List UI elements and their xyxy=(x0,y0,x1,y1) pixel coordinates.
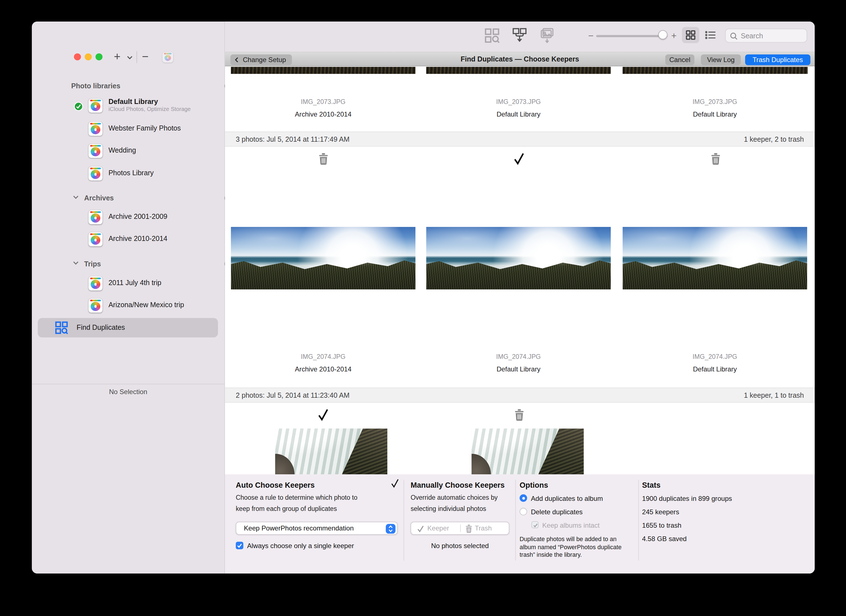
photo-thumbnail[interactable] xyxy=(231,227,415,290)
change-setup-label: Change Setup xyxy=(243,56,286,63)
cancel-button[interactable]: Cancel xyxy=(665,54,694,65)
add-library-button[interactable]: + xyxy=(114,50,121,63)
photos-library-icon xyxy=(88,167,102,180)
keeper-check-icon xyxy=(317,409,330,421)
group-keeper-summary: 1 keeper, 1 to trash xyxy=(744,391,804,399)
merge-libraries-icon[interactable] xyxy=(512,27,527,44)
photo-thumbnail[interactable] xyxy=(231,67,415,74)
delete-duplicates-label: Delete duplicates xyxy=(531,508,583,516)
single-keeper-checkbox[interactable] xyxy=(236,542,243,549)
trash-mark-icon xyxy=(515,409,524,421)
duplicate-groups-list[interactable]: IMG_2073.JPG IMG_2073.JPG IMG_2073.JPG A… xyxy=(225,67,815,474)
add-duplicates-label: Add duplicates to album xyxy=(531,495,603,502)
photo-thumbnail[interactable] xyxy=(426,227,611,290)
photos-library-icon xyxy=(88,276,102,290)
photo-filename: IMG_2074.JPG xyxy=(623,353,808,361)
select-stepper-icon xyxy=(386,524,396,534)
powerphotos-window: + − Photo libraries 4 Default Library iC… xyxy=(32,22,815,573)
library-name: Archive 2010-2014 xyxy=(109,235,167,243)
photo-mark[interactable] xyxy=(709,153,723,167)
list-view-button[interactable] xyxy=(702,27,719,43)
sidebar-item-archive-2001-2009[interactable]: Archive 2001-2009 xyxy=(70,210,250,226)
keeper-segment-check-icon[interactable] xyxy=(416,525,425,533)
sidebar-item-archive-2010-2014[interactable]: Archive 2010-2014 xyxy=(70,232,250,248)
choose-keepers-panel: Auto Choose Keepers Choose a rule to det… xyxy=(225,474,815,573)
trash-duplicates-button[interactable]: Trash Duplicates xyxy=(745,54,810,65)
sidebar-item-photos-library[interactable]: Photos Library xyxy=(70,167,250,183)
photo-thumbnail[interactable] xyxy=(623,67,808,74)
sidebar-item-2011-july-4th-trip[interactable]: 2011 July 4th trip xyxy=(70,276,250,293)
zoom-in-icon[interactable]: + xyxy=(671,31,677,42)
reveal-library-icon[interactable] xyxy=(162,52,173,63)
photo-thumbnail[interactable] xyxy=(275,428,387,474)
photo-filename: IMG_2073.JPG xyxy=(426,98,611,106)
archives-header: Archives xyxy=(84,194,114,202)
view-log-button[interactable]: View Log xyxy=(701,54,741,65)
trips-disclosure-icon[interactable] xyxy=(73,261,79,265)
photo-library: Archive 2010-2014 xyxy=(231,365,415,373)
library-name: Webster Family Photos xyxy=(109,124,181,132)
find-duplicates-tool-icon[interactable] xyxy=(484,28,500,43)
stats-title: Stats xyxy=(642,481,661,489)
search-input[interactable] xyxy=(740,30,803,41)
group-header: 3 photos: Jul 5, 2014 at 11:17:49 AM 1 k… xyxy=(225,132,815,147)
command-bar: Find Duplicates — Choose Keepers Change … xyxy=(225,52,815,66)
manual-desc-line1: Override automatic choices by xyxy=(411,494,498,502)
stat-to-trash: 1655 to trash xyxy=(642,522,681,529)
archives-disclosure-icon[interactable] xyxy=(73,195,79,199)
sidebar-item-webster-family-photos[interactable]: Webster Family Photos xyxy=(70,122,250,138)
grid-view-icon xyxy=(686,30,696,40)
sidebar-item-default-library[interactable]: Default Library iCloud Photos, Optimize … xyxy=(70,99,250,115)
search-field[interactable] xyxy=(725,28,807,43)
photo-mark[interactable] xyxy=(317,409,331,422)
grid-view-button[interactable] xyxy=(682,27,699,43)
zoom-out-icon[interactable]: − xyxy=(588,31,593,42)
photo-library: Default Library xyxy=(426,110,611,118)
options-caption: Duplicate photos will be added to an alb… xyxy=(519,535,634,559)
library-name: Wedding xyxy=(109,146,136,154)
photos-library-icon xyxy=(88,299,102,312)
trash-segment-label[interactable]: Trash xyxy=(475,524,492,532)
photo-mark[interactable] xyxy=(512,153,527,167)
photos-library-icon xyxy=(88,144,102,158)
photo-library: Default Library xyxy=(623,110,808,118)
add-library-chevron-icon[interactable] xyxy=(127,56,132,60)
change-setup-button[interactable]: Change Setup xyxy=(230,54,292,65)
photo-mark[interactable] xyxy=(512,409,527,423)
segment-divider xyxy=(460,524,461,532)
minimize-window-button[interactable] xyxy=(85,53,92,60)
sidebar-item-wedding[interactable]: Wedding xyxy=(70,144,250,160)
add-duplicates-radio[interactable] xyxy=(519,494,527,502)
thumbnail-zoom-slider[interactable] xyxy=(596,35,668,37)
photo-filename: IMG_2073.JPG xyxy=(623,98,808,106)
close-window-button[interactable] xyxy=(74,53,81,60)
library-name: Photos Library xyxy=(109,169,154,177)
selected-library-check-icon xyxy=(74,102,83,111)
auto-desc-line1: Choose a rule to determine which photo t… xyxy=(236,494,358,502)
list-view-icon xyxy=(705,31,716,40)
stat-saved: 4.58 GB saved xyxy=(642,535,687,543)
trash-segment-icon[interactable] xyxy=(465,524,472,533)
zoom-slider-knob[interactable] xyxy=(658,30,668,40)
keep-albums-label: Keep albums intact xyxy=(542,522,600,529)
photo-libraries-header: Photo libraries xyxy=(71,82,121,90)
group-summary: 2 photos: Jul 5, 2014 at 11:23:40 AM xyxy=(236,391,350,399)
remove-library-button[interactable]: − xyxy=(142,50,149,63)
keeper-segment-label[interactable]: Keeper xyxy=(427,524,449,532)
find-duplicates-icon xyxy=(55,321,68,334)
keeper-rule-select[interactable]: Keep PowerPhotos recommendation xyxy=(236,522,398,535)
trips-header: Trips xyxy=(84,260,101,268)
copy-photos-icon[interactable] xyxy=(540,27,555,44)
photos-library-icon xyxy=(88,122,102,136)
photo-thumbnail[interactable] xyxy=(472,428,584,474)
sidebar-item-arizona-new-mexico-trip[interactable]: Arizona/New Mexico trip xyxy=(70,299,250,315)
zoom-window-button[interactable] xyxy=(96,53,102,60)
sidebar-item-find-duplicates[interactable]: Find Duplicates xyxy=(38,318,218,337)
delete-duplicates-radio[interactable] xyxy=(519,508,527,515)
photo-mark[interactable] xyxy=(317,153,331,167)
group-keeper-summary: 1 keeper, 2 to trash xyxy=(744,135,804,144)
photo-thumbnail[interactable] xyxy=(623,227,808,290)
photos-library-icon xyxy=(88,232,102,246)
view-log-label: View Log xyxy=(707,56,735,63)
photo-thumbnail[interactable] xyxy=(426,67,611,74)
